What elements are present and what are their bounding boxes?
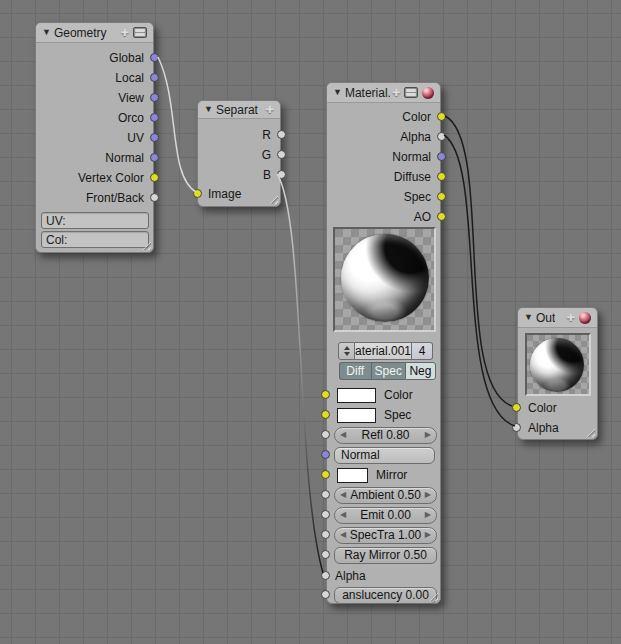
input-label: Alpha xyxy=(528,421,559,435)
collapse-icon[interactable]: ▼ xyxy=(42,28,51,37)
socket-b[interactable] xyxy=(277,170,286,179)
output-row-alpha: Alpha xyxy=(327,127,440,147)
color-swatch[interactable] xyxy=(337,388,376,403)
ray-mirror-field[interactable]: Ray Mirror 0.50 xyxy=(334,547,437,564)
slider-value: Refl 0.80 xyxy=(346,428,425,442)
socket-uv[interactable] xyxy=(150,133,159,142)
plus-icon[interactable]: ✚ xyxy=(266,105,274,115)
material-preview xyxy=(333,227,436,332)
collapse-icon[interactable]: ▼ xyxy=(333,88,342,97)
socket-spectra-in[interactable] xyxy=(321,530,330,539)
material-users-count[interactable]: 4 xyxy=(412,342,433,360)
node-title: Geometry xyxy=(54,26,107,40)
socket-image[interactable] xyxy=(193,189,202,198)
socket-ambient-in[interactable] xyxy=(321,490,330,499)
id-browse-stepper[interactable] xyxy=(338,342,355,360)
spectra-slider[interactable]: ◀ SpecTra 1.00 ▶ xyxy=(334,527,437,544)
socket-r[interactable] xyxy=(277,130,286,139)
socket-orco[interactable] xyxy=(150,113,159,122)
output-row-orco: Orco xyxy=(36,108,153,128)
node-separate-rgb[interactable]: ▼ Separat ✚ R G B Image xyxy=(197,100,281,207)
input-row-image: Image xyxy=(198,184,280,204)
socket-color-in[interactable] xyxy=(321,390,330,399)
socket-alpha-in[interactable] xyxy=(321,571,330,580)
ambient-slider[interactable]: ◀ Ambient 0.50 ▶ xyxy=(334,487,437,504)
output-row-front-back: Front/Back xyxy=(36,188,153,208)
emit-slider[interactable]: ◀ Emit 0.00 ▶ xyxy=(334,507,437,524)
socket-g[interactable] xyxy=(277,150,286,159)
socket-ao-out[interactable] xyxy=(437,212,446,221)
tab-spec[interactable]: Spec xyxy=(371,362,405,380)
node-output[interactable]: ▼ Out ✚ Color Alpha xyxy=(517,307,598,440)
socket-refl-in[interactable] xyxy=(321,430,330,439)
normal-row: Normal xyxy=(327,446,440,464)
plus-icon[interactable]: ✚ xyxy=(121,28,129,38)
spec-swatch[interactable] xyxy=(337,408,376,423)
node-editor-canvas[interactable]: ▼ Geometry ✚ Global Local View Orco xyxy=(0,0,621,644)
socket-translucency-in[interactable] xyxy=(321,590,330,599)
socket-vertex-color[interactable] xyxy=(150,173,159,182)
socket-color-in[interactable] xyxy=(512,403,521,412)
out-node-header[interactable]: ▼ Out ✚ xyxy=(518,308,597,328)
socket-front-back[interactable] xyxy=(150,193,159,202)
slider-arrow-right-icon[interactable]: ▶ xyxy=(425,491,431,499)
link-b-to-alpha xyxy=(277,174,323,573)
collapse-icon[interactable]: ▼ xyxy=(204,105,213,114)
output-row-color: Color xyxy=(327,107,440,127)
material-ball-icon[interactable] xyxy=(579,312,591,324)
uv-layer-field[interactable]: UV: xyxy=(41,212,149,229)
material-ball-icon[interactable] xyxy=(422,87,434,99)
socket-alpha-out[interactable] xyxy=(437,132,446,141)
socket-emit-in[interactable] xyxy=(321,510,330,519)
socket-global[interactable] xyxy=(150,53,159,62)
tab-neg[interactable]: Neg xyxy=(405,362,436,380)
socket-local[interactable] xyxy=(150,73,159,82)
output-label: Front/Back xyxy=(86,191,144,205)
vertex-color-layer-field[interactable]: Col: xyxy=(41,231,149,248)
slider-arrow-right-icon[interactable]: ▶ xyxy=(425,431,431,439)
collapse-icon[interactable]: ▼ xyxy=(524,313,533,322)
output-row-b: B xyxy=(198,165,280,185)
socket-normal-in[interactable] xyxy=(321,450,330,459)
socket-normal[interactable] xyxy=(150,153,159,162)
socket-ray-mirror-in[interactable] xyxy=(321,550,330,559)
spectra-row: ◀ SpecTra 1.00 ▶ xyxy=(327,526,440,544)
material-node-header[interactable]: ▼ Material. ✚ xyxy=(327,83,440,103)
slider-arrow-right-icon[interactable]: ▶ xyxy=(425,531,431,539)
menu-icon[interactable] xyxy=(404,87,418,98)
node-material[interactable]: ▼ Material. ✚ Color Alpha Normal Diffuse xyxy=(326,82,441,604)
socket-spec-out[interactable] xyxy=(437,192,446,201)
output-label: UV xyxy=(127,131,144,145)
output-label: Spec xyxy=(404,190,431,204)
socket-mirror-in[interactable] xyxy=(321,470,330,479)
alpha-input-row: Alpha xyxy=(327,567,440,585)
emit-row: ◀ Emit 0.00 ▶ xyxy=(327,506,440,524)
menu-icon[interactable] xyxy=(133,27,147,38)
separate-node-header[interactable]: ▼ Separat ✚ xyxy=(198,101,280,119)
socket-spec-in[interactable] xyxy=(321,410,330,419)
socket-diffuse-out[interactable] xyxy=(437,172,446,181)
slider-arrow-right-icon[interactable]: ▶ xyxy=(425,511,431,519)
socket-alpha-in[interactable] xyxy=(512,423,521,432)
output-row-diffuse: Diffuse xyxy=(327,167,440,187)
output-row-ao: AO xyxy=(327,207,440,227)
refl-slider[interactable]: ◀ Refl 0.80 ▶ xyxy=(334,427,437,444)
output-row-normal: Normal xyxy=(327,147,440,167)
node-title: Material. xyxy=(345,86,390,100)
mirror-swatch[interactable] xyxy=(337,468,368,483)
output-label: Orco xyxy=(118,111,144,125)
geometry-node-header[interactable]: ▼ Geometry ✚ xyxy=(36,23,153,43)
slider-value: Ambient 0.50 xyxy=(346,488,425,502)
normal-button[interactable]: Normal xyxy=(334,447,435,464)
socket-color-out[interactable] xyxy=(437,112,446,121)
translucency-field[interactable]: anslucency 0.00 xyxy=(334,587,437,604)
tab-diff[interactable]: Diff xyxy=(339,362,371,380)
plus-icon[interactable]: ✚ xyxy=(392,88,400,98)
output-row-local: Local xyxy=(36,68,153,88)
socket-view[interactable] xyxy=(150,93,159,102)
input-label: Image xyxy=(208,187,241,201)
material-name-field[interactable]: aterial.001 xyxy=(355,342,412,360)
plus-icon[interactable]: ✚ xyxy=(567,313,575,323)
socket-normal-out[interactable] xyxy=(437,152,446,161)
node-geometry[interactable]: ▼ Geometry ✚ Global Local View Orco xyxy=(35,22,154,253)
